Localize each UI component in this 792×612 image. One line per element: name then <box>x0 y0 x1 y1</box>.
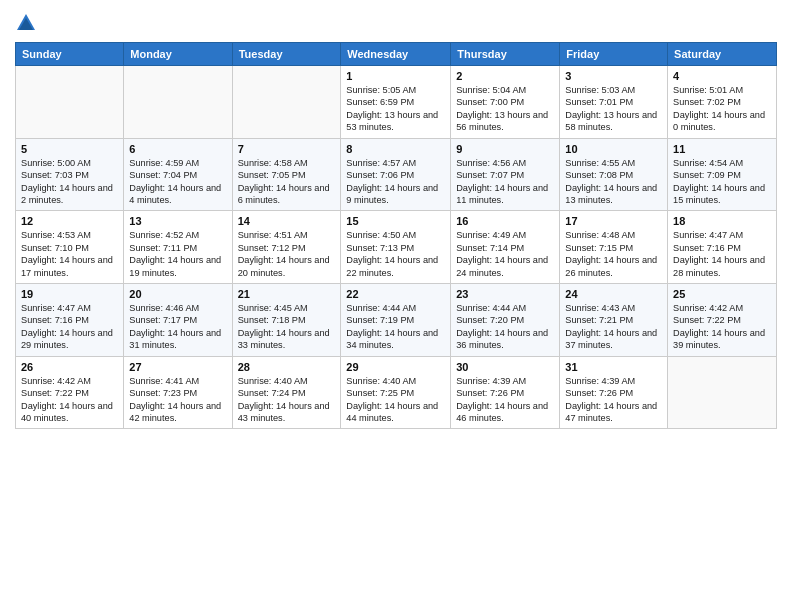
day-info: Sunrise: 4:42 AM Sunset: 7:22 PM Dayligh… <box>673 302 771 352</box>
day-number: 6 <box>129 143 226 155</box>
table-row: 22Sunrise: 4:44 AM Sunset: 7:19 PM Dayli… <box>341 284 451 357</box>
page: Sunday Monday Tuesday Wednesday Thursday… <box>0 0 792 612</box>
day-info: Sunrise: 4:58 AM Sunset: 7:05 PM Dayligh… <box>238 157 336 207</box>
day-number: 31 <box>565 361 662 373</box>
day-info: Sunrise: 4:42 AM Sunset: 7:22 PM Dayligh… <box>21 375 118 425</box>
logo <box>15 10 41 34</box>
table-row: 21Sunrise: 4:45 AM Sunset: 7:18 PM Dayli… <box>232 284 341 357</box>
col-saturday: Saturday <box>668 43 777 66</box>
calendar-week-row: 1Sunrise: 5:05 AM Sunset: 6:59 PM Daylig… <box>16 66 777 139</box>
day-number: 21 <box>238 288 336 300</box>
day-number: 27 <box>129 361 226 373</box>
table-row: 25Sunrise: 4:42 AM Sunset: 7:22 PM Dayli… <box>668 284 777 357</box>
calendar-week-row: 5Sunrise: 5:00 AM Sunset: 7:03 PM Daylig… <box>16 138 777 211</box>
day-number: 19 <box>21 288 118 300</box>
table-row: 15Sunrise: 4:50 AM Sunset: 7:13 PM Dayli… <box>341 211 451 284</box>
day-number: 26 <box>21 361 118 373</box>
table-row: 19Sunrise: 4:47 AM Sunset: 7:16 PM Dayli… <box>16 284 124 357</box>
day-info: Sunrise: 4:55 AM Sunset: 7:08 PM Dayligh… <box>565 157 662 207</box>
day-info: Sunrise: 4:43 AM Sunset: 7:21 PM Dayligh… <box>565 302 662 352</box>
calendar-header-row: Sunday Monday Tuesday Wednesday Thursday… <box>16 43 777 66</box>
table-row <box>232 66 341 139</box>
day-info: Sunrise: 5:01 AM Sunset: 7:02 PM Dayligh… <box>673 84 771 134</box>
day-number: 11 <box>673 143 771 155</box>
day-number: 20 <box>129 288 226 300</box>
table-row <box>16 66 124 139</box>
table-row: 17Sunrise: 4:48 AM Sunset: 7:15 PM Dayli… <box>560 211 668 284</box>
day-info: Sunrise: 4:44 AM Sunset: 7:19 PM Dayligh… <box>346 302 445 352</box>
day-number: 1 <box>346 70 445 82</box>
col-thursday: Thursday <box>451 43 560 66</box>
day-info: Sunrise: 4:56 AM Sunset: 7:07 PM Dayligh… <box>456 157 554 207</box>
day-info: Sunrise: 4:39 AM Sunset: 7:26 PM Dayligh… <box>456 375 554 425</box>
calendar-table: Sunday Monday Tuesday Wednesday Thursday… <box>15 42 777 429</box>
day-number: 15 <box>346 215 445 227</box>
table-row <box>668 356 777 429</box>
table-row: 4Sunrise: 5:01 AM Sunset: 7:02 PM Daylig… <box>668 66 777 139</box>
table-row: 27Sunrise: 4:41 AM Sunset: 7:23 PM Dayli… <box>124 356 232 429</box>
day-info: Sunrise: 4:48 AM Sunset: 7:15 PM Dayligh… <box>565 229 662 279</box>
table-row: 7Sunrise: 4:58 AM Sunset: 7:05 PM Daylig… <box>232 138 341 211</box>
day-number: 3 <box>565 70 662 82</box>
day-number: 24 <box>565 288 662 300</box>
table-row: 29Sunrise: 4:40 AM Sunset: 7:25 PM Dayli… <box>341 356 451 429</box>
day-info: Sunrise: 4:46 AM Sunset: 7:17 PM Dayligh… <box>129 302 226 352</box>
table-row <box>124 66 232 139</box>
day-number: 10 <box>565 143 662 155</box>
day-number: 28 <box>238 361 336 373</box>
col-tuesday: Tuesday <box>232 43 341 66</box>
day-number: 22 <box>346 288 445 300</box>
day-number: 17 <box>565 215 662 227</box>
table-row: 14Sunrise: 4:51 AM Sunset: 7:12 PM Dayli… <box>232 211 341 284</box>
table-row: 18Sunrise: 4:47 AM Sunset: 7:16 PM Dayli… <box>668 211 777 284</box>
day-number: 5 <box>21 143 118 155</box>
day-info: Sunrise: 4:45 AM Sunset: 7:18 PM Dayligh… <box>238 302 336 352</box>
day-number: 2 <box>456 70 554 82</box>
day-number: 30 <box>456 361 554 373</box>
col-sunday: Sunday <box>16 43 124 66</box>
table-row: 11Sunrise: 4:54 AM Sunset: 7:09 PM Dayli… <box>668 138 777 211</box>
table-row: 9Sunrise: 4:56 AM Sunset: 7:07 PM Daylig… <box>451 138 560 211</box>
day-number: 7 <box>238 143 336 155</box>
day-info: Sunrise: 4:50 AM Sunset: 7:13 PM Dayligh… <box>346 229 445 279</box>
day-info: Sunrise: 5:00 AM Sunset: 7:03 PM Dayligh… <box>21 157 118 207</box>
table-row: 28Sunrise: 4:40 AM Sunset: 7:24 PM Dayli… <box>232 356 341 429</box>
day-number: 14 <box>238 215 336 227</box>
day-info: Sunrise: 4:53 AM Sunset: 7:10 PM Dayligh… <box>21 229 118 279</box>
day-number: 8 <box>346 143 445 155</box>
calendar-week-row: 19Sunrise: 4:47 AM Sunset: 7:16 PM Dayli… <box>16 284 777 357</box>
day-info: Sunrise: 5:05 AM Sunset: 6:59 PM Dayligh… <box>346 84 445 134</box>
day-number: 12 <box>21 215 118 227</box>
table-row: 20Sunrise: 4:46 AM Sunset: 7:17 PM Dayli… <box>124 284 232 357</box>
day-number: 4 <box>673 70 771 82</box>
day-info: Sunrise: 4:47 AM Sunset: 7:16 PM Dayligh… <box>21 302 118 352</box>
table-row: 6Sunrise: 4:59 AM Sunset: 7:04 PM Daylig… <box>124 138 232 211</box>
col-friday: Friday <box>560 43 668 66</box>
day-number: 9 <box>456 143 554 155</box>
day-info: Sunrise: 4:47 AM Sunset: 7:16 PM Dayligh… <box>673 229 771 279</box>
table-row: 24Sunrise: 4:43 AM Sunset: 7:21 PM Dayli… <box>560 284 668 357</box>
day-number: 16 <box>456 215 554 227</box>
day-info: Sunrise: 5:03 AM Sunset: 7:01 PM Dayligh… <box>565 84 662 134</box>
table-row: 26Sunrise: 4:42 AM Sunset: 7:22 PM Dayli… <box>16 356 124 429</box>
table-row: 8Sunrise: 4:57 AM Sunset: 7:06 PM Daylig… <box>341 138 451 211</box>
table-row: 16Sunrise: 4:49 AM Sunset: 7:14 PM Dayli… <box>451 211 560 284</box>
table-row: 3Sunrise: 5:03 AM Sunset: 7:01 PM Daylig… <box>560 66 668 139</box>
day-info: Sunrise: 4:41 AM Sunset: 7:23 PM Dayligh… <box>129 375 226 425</box>
day-info: Sunrise: 4:49 AM Sunset: 7:14 PM Dayligh… <box>456 229 554 279</box>
table-row: 31Sunrise: 4:39 AM Sunset: 7:26 PM Dayli… <box>560 356 668 429</box>
day-info: Sunrise: 5:04 AM Sunset: 7:00 PM Dayligh… <box>456 84 554 134</box>
table-row: 2Sunrise: 5:04 AM Sunset: 7:00 PM Daylig… <box>451 66 560 139</box>
col-monday: Monday <box>124 43 232 66</box>
day-number: 23 <box>456 288 554 300</box>
table-row: 5Sunrise: 5:00 AM Sunset: 7:03 PM Daylig… <box>16 138 124 211</box>
calendar-week-row: 12Sunrise: 4:53 AM Sunset: 7:10 PM Dayli… <box>16 211 777 284</box>
day-number: 18 <box>673 215 771 227</box>
day-info: Sunrise: 4:44 AM Sunset: 7:20 PM Dayligh… <box>456 302 554 352</box>
day-info: Sunrise: 4:40 AM Sunset: 7:25 PM Dayligh… <box>346 375 445 425</box>
logo-icon <box>15 12 37 34</box>
table-row: 30Sunrise: 4:39 AM Sunset: 7:26 PM Dayli… <box>451 356 560 429</box>
table-row: 23Sunrise: 4:44 AM Sunset: 7:20 PM Dayli… <box>451 284 560 357</box>
table-row: 13Sunrise: 4:52 AM Sunset: 7:11 PM Dayli… <box>124 211 232 284</box>
header <box>15 10 777 34</box>
